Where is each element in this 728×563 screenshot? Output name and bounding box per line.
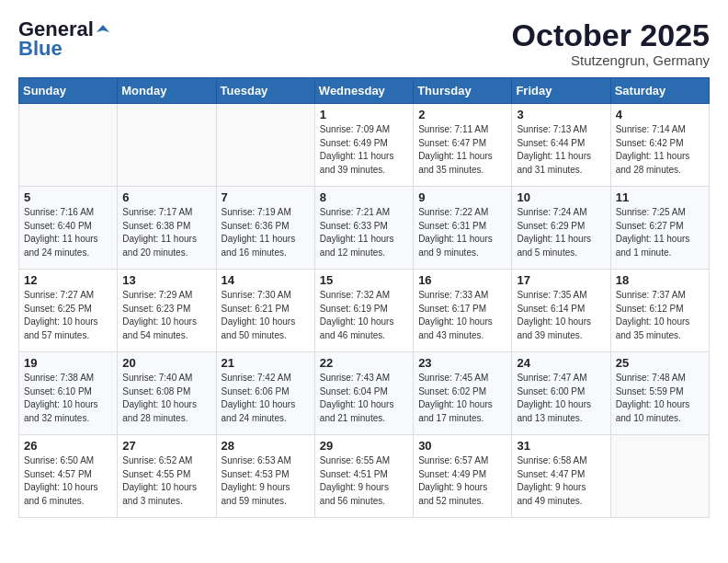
calendar-cell: 14Sunrise: 7:30 AMSunset: 6:21 PMDayligh… <box>216 270 314 352</box>
calendar-cell: 25Sunrise: 7:48 AMSunset: 5:59 PMDayligh… <box>610 352 709 435</box>
day-number: 1 <box>320 108 408 121</box>
location-subtitle: Stutzengrun, Germany <box>512 52 710 68</box>
day-info: Sunrise: 7:32 AMSunset: 6:19 PMDaylight:… <box>320 289 408 342</box>
day-info: Sunrise: 6:53 AMSunset: 4:53 PMDaylight:… <box>222 454 310 508</box>
day-info: Sunrise: 7:43 AMSunset: 6:04 PMDaylight:… <box>320 372 408 425</box>
day-number: 20 <box>122 356 210 370</box>
calendar-cell: 19Sunrise: 7:38 AMSunset: 6:10 PMDayligh… <box>19 352 118 435</box>
day-number: 18 <box>616 273 704 287</box>
calendar-cell <box>216 104 314 187</box>
calendar-cell: 6Sunrise: 7:17 AMSunset: 6:38 PMDaylight… <box>118 187 216 270</box>
day-number: 27 <box>122 439 210 453</box>
day-number: 12 <box>24 273 112 287</box>
calendar-cell: 28Sunrise: 6:53 AMSunset: 4:53 PMDayligh… <box>216 435 314 518</box>
calendar-cell: 8Sunrise: 7:21 AMSunset: 6:33 PMDaylight… <box>314 187 413 270</box>
calendar-cell: 21Sunrise: 7:42 AMSunset: 6:06 PMDayligh… <box>216 352 314 435</box>
day-number: 5 <box>24 190 112 204</box>
title-block: October 2025 Stutzengrun, Germany <box>512 18 710 68</box>
calendar-cell: 2Sunrise: 7:11 AMSunset: 6:47 PMDaylight… <box>414 104 512 187</box>
calendar-cell: 22Sunrise: 7:43 AMSunset: 6:04 PMDayligh… <box>314 352 413 435</box>
day-number: 15 <box>320 273 408 287</box>
day-number: 29 <box>320 439 408 453</box>
day-info: Sunrise: 7:40 AMSunset: 6:08 PMDaylight:… <box>122 372 210 425</box>
day-number: 31 <box>517 439 605 453</box>
day-info: Sunrise: 7:48 AMSunset: 5:59 PMDaylight:… <box>616 372 704 425</box>
day-info: Sunrise: 7:17 AMSunset: 6:38 PMDaylight:… <box>122 206 210 259</box>
day-info: Sunrise: 7:19 AMSunset: 6:36 PMDaylight:… <box>222 206 310 259</box>
weekday-header-tuesday: Tuesday <box>216 78 314 104</box>
calendar-cell: 18Sunrise: 7:37 AMSunset: 6:12 PMDayligh… <box>610 270 709 352</box>
day-info: Sunrise: 7:16 AMSunset: 6:40 PMDaylight:… <box>24 206 112 259</box>
day-info: Sunrise: 7:14 AMSunset: 6:42 PMDaylight:… <box>616 123 704 177</box>
day-number: 3 <box>517 108 605 121</box>
month-title: October 2025 <box>512 18 710 52</box>
weekday-header-row: SundayMondayTuesdayWednesdayThursdayFrid… <box>19 78 710 104</box>
calendar-cell: 10Sunrise: 7:24 AMSunset: 6:29 PMDayligh… <box>512 187 610 270</box>
calendar-cell: 9Sunrise: 7:22 AMSunset: 6:31 PMDaylight… <box>414 187 512 270</box>
calendar-cell <box>610 435 709 518</box>
page-header: General Blue October 2025 Stutzengrun, G… <box>18 18 710 68</box>
calendar-cell: 27Sunrise: 6:52 AMSunset: 4:55 PMDayligh… <box>118 435 216 518</box>
day-info: Sunrise: 6:57 AMSunset: 4:49 PMDaylight:… <box>418 454 506 508</box>
day-number: 23 <box>418 356 506 370</box>
day-number: 9 <box>418 190 506 204</box>
calendar-cell: 24Sunrise: 7:47 AMSunset: 6:00 PMDayligh… <box>512 352 610 435</box>
calendar-cell: 7Sunrise: 7:19 AMSunset: 6:36 PMDaylight… <box>216 187 314 270</box>
calendar-cell: 15Sunrise: 7:32 AMSunset: 6:19 PMDayligh… <box>314 270 413 352</box>
day-info: Sunrise: 7:13 AMSunset: 6:44 PMDaylight:… <box>517 123 605 177</box>
weekday-header-sunday: Sunday <box>19 78 118 104</box>
day-info: Sunrise: 7:09 AMSunset: 6:49 PMDaylight:… <box>320 123 408 177</box>
day-number: 2 <box>418 108 506 121</box>
day-number: 17 <box>517 273 605 287</box>
day-number: 19 <box>24 356 112 370</box>
day-number: 21 <box>222 356 310 370</box>
calendar-cell: 31Sunrise: 6:58 AMSunset: 4:47 PMDayligh… <box>512 435 610 518</box>
day-info: Sunrise: 7:35 AMSunset: 6:14 PMDaylight:… <box>517 289 605 342</box>
calendar-cell: 30Sunrise: 6:57 AMSunset: 4:49 PMDayligh… <box>414 435 512 518</box>
weekday-header-thursday: Thursday <box>414 78 512 104</box>
day-info: Sunrise: 6:55 AMSunset: 4:51 PMDaylight:… <box>320 454 408 508</box>
logo: General Blue <box>18 18 110 61</box>
day-info: Sunrise: 7:29 AMSunset: 6:23 PMDaylight:… <box>122 289 210 342</box>
day-info: Sunrise: 7:30 AMSunset: 6:21 PMDaylight:… <box>222 289 310 342</box>
day-number: 16 <box>418 273 506 287</box>
calendar-cell: 29Sunrise: 6:55 AMSunset: 4:51 PMDayligh… <box>314 435 413 518</box>
calendar-cell <box>118 104 216 187</box>
calendar-cell: 11Sunrise: 7:25 AMSunset: 6:27 PMDayligh… <box>610 187 709 270</box>
calendar-cell: 12Sunrise: 7:27 AMSunset: 6:25 PMDayligh… <box>19 270 118 352</box>
day-number: 8 <box>320 190 408 204</box>
day-number: 4 <box>616 108 704 121</box>
day-number: 10 <box>517 190 605 204</box>
day-number: 24 <box>517 356 605 370</box>
day-info: Sunrise: 7:27 AMSunset: 6:25 PMDaylight:… <box>24 289 112 342</box>
calendar-cell: 13Sunrise: 7:29 AMSunset: 6:23 PMDayligh… <box>118 270 216 352</box>
day-number: 28 <box>222 439 310 453</box>
day-number: 30 <box>418 439 506 453</box>
calendar-week-row: 19Sunrise: 7:38 AMSunset: 6:10 PMDayligh… <box>19 352 710 435</box>
day-info: Sunrise: 7:11 AMSunset: 6:47 PMDaylight:… <box>418 123 506 177</box>
calendar-cell: 23Sunrise: 7:45 AMSunset: 6:02 PMDayligh… <box>414 352 512 435</box>
day-info: Sunrise: 7:22 AMSunset: 6:31 PMDaylight:… <box>418 206 506 259</box>
calendar-week-row: 5Sunrise: 7:16 AMSunset: 6:40 PMDaylight… <box>19 187 710 270</box>
calendar-cell: 3Sunrise: 7:13 AMSunset: 6:44 PMDaylight… <box>512 104 610 187</box>
logo-icon <box>96 23 110 38</box>
day-info: Sunrise: 7:24 AMSunset: 6:29 PMDaylight:… <box>517 206 605 259</box>
day-info: Sunrise: 7:33 AMSunset: 6:17 PMDaylight:… <box>418 289 506 342</box>
calendar-cell: 5Sunrise: 7:16 AMSunset: 6:40 PMDaylight… <box>19 187 118 270</box>
day-number: 13 <box>122 273 210 287</box>
logo-blue: Blue <box>18 37 63 61</box>
day-info: Sunrise: 6:52 AMSunset: 4:55 PMDaylight:… <box>122 454 210 508</box>
day-number: 22 <box>320 356 408 370</box>
calendar-cell: 1Sunrise: 7:09 AMSunset: 6:49 PMDaylight… <box>314 104 413 187</box>
day-number: 7 <box>222 190 310 204</box>
weekday-header-friday: Friday <box>512 78 610 104</box>
day-info: Sunrise: 6:50 AMSunset: 4:57 PMDaylight:… <box>24 454 112 508</box>
day-info: Sunrise: 7:37 AMSunset: 6:12 PMDaylight:… <box>616 289 704 342</box>
svg-marker-0 <box>97 25 109 32</box>
day-number: 14 <box>222 273 310 287</box>
calendar-cell: 16Sunrise: 7:33 AMSunset: 6:17 PMDayligh… <box>414 270 512 352</box>
calendar-cell: 4Sunrise: 7:14 AMSunset: 6:42 PMDaylight… <box>610 104 709 187</box>
day-number: 25 <box>616 356 704 370</box>
day-info: Sunrise: 7:21 AMSunset: 6:33 PMDaylight:… <box>320 206 408 259</box>
calendar-week-row: 26Sunrise: 6:50 AMSunset: 4:57 PMDayligh… <box>19 435 710 518</box>
